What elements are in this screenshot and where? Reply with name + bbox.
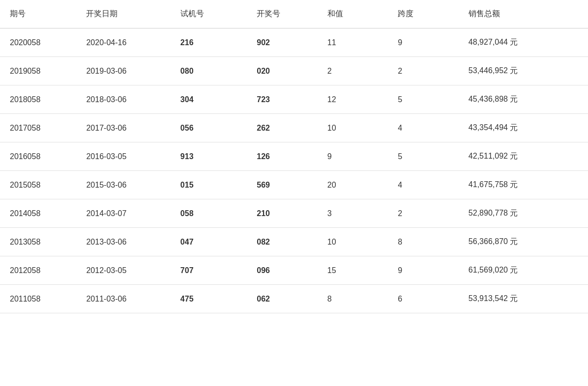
cell-kaijianghao: 096 bbox=[247, 256, 318, 285]
cell-kuadu: 8 bbox=[388, 228, 459, 256]
cell-kuadu: 6 bbox=[388, 285, 459, 313]
cell-qihao: 2017058 bbox=[0, 114, 76, 142]
cell-kaijianghao: 902 bbox=[247, 28, 318, 57]
cell-sale: 61,569,020 元 bbox=[459, 256, 588, 285]
cell-kaijianghao: 262 bbox=[247, 114, 318, 142]
cell-date: 2012-03-05 bbox=[76, 256, 170, 285]
cell-kuadu: 2 bbox=[388, 199, 459, 228]
header-kaijianghao: 开奖号 bbox=[247, 0, 318, 28]
cell-hezhi: 2 bbox=[318, 57, 388, 85]
table-row: 20150582015-03-0601556920441,675,758 元 bbox=[0, 171, 588, 199]
cell-kaijianghao: 569 bbox=[247, 171, 318, 199]
cell-kaijianghao: 082 bbox=[247, 228, 318, 256]
table-row: 20120582012-03-0570709615961,569,020 元 bbox=[0, 256, 588, 285]
cell-date: 2011-03-06 bbox=[76, 285, 170, 313]
cell-hezhi: 9 bbox=[318, 142, 388, 171]
cell-sale: 52,890,778 元 bbox=[459, 199, 588, 228]
cell-kuadu: 9 bbox=[388, 28, 459, 57]
cell-kuadu: 9 bbox=[388, 256, 459, 285]
cell-qihao: 2016058 bbox=[0, 142, 76, 171]
cell-qihao: 2013058 bbox=[0, 228, 76, 256]
cell-hezhi: 12 bbox=[318, 85, 388, 114]
table-row: 20200582020-04-1621690211948,927,044 元 bbox=[0, 28, 588, 57]
cell-sale: 45,436,898 元 bbox=[459, 85, 588, 114]
header-qihao: 期号 bbox=[0, 0, 76, 28]
cell-kuadu: 5 bbox=[388, 85, 459, 114]
cell-kaijianghao: 020 bbox=[247, 57, 318, 85]
table-row: 20180582018-03-0630472312545,436,898 元 bbox=[0, 85, 588, 114]
cell-qihao: 2020058 bbox=[0, 28, 76, 57]
cell-sale: 56,366,870 元 bbox=[459, 228, 588, 256]
cell-shijihao: 216 bbox=[171, 28, 247, 57]
cell-sale: 48,927,044 元 bbox=[459, 28, 588, 57]
table-row: 20110582011-03-064750628653,913,542 元 bbox=[0, 285, 588, 313]
cell-shijihao: 913 bbox=[171, 142, 247, 171]
cell-shijihao: 475 bbox=[171, 285, 247, 313]
cell-sale: 53,446,952 元 bbox=[459, 57, 588, 85]
table-header-row: 期号 开奖日期 试机号 开奖号 和值 跨度 销售总额 bbox=[0, 0, 588, 28]
table-row: 20140582014-03-070582103252,890,778 元 bbox=[0, 199, 588, 228]
header-sale: 销售总额 bbox=[459, 0, 588, 28]
cell-qihao: 2011058 bbox=[0, 285, 76, 313]
cell-kaijianghao: 126 bbox=[247, 142, 318, 171]
cell-kaijianghao: 210 bbox=[247, 199, 318, 228]
cell-date: 2019-03-06 bbox=[76, 57, 170, 85]
cell-hezhi: 3 bbox=[318, 199, 388, 228]
cell-hezhi: 11 bbox=[318, 28, 388, 57]
cell-kuadu: 4 bbox=[388, 171, 459, 199]
cell-sale: 42,511,092 元 bbox=[459, 142, 588, 171]
cell-hezhi: 15 bbox=[318, 256, 388, 285]
cell-kaijianghao: 062 bbox=[247, 285, 318, 313]
cell-qihao: 2019058 bbox=[0, 57, 76, 85]
cell-shijihao: 058 bbox=[171, 199, 247, 228]
cell-qihao: 2014058 bbox=[0, 199, 76, 228]
cell-sale: 53,913,542 元 bbox=[459, 285, 588, 313]
cell-kuadu: 5 bbox=[388, 142, 459, 171]
cell-shijihao: 047 bbox=[171, 228, 247, 256]
table-row: 20160582016-03-059131269542,511,092 元 bbox=[0, 142, 588, 171]
header-shijihao: 试机号 bbox=[171, 0, 247, 28]
cell-kuadu: 2 bbox=[388, 57, 459, 85]
table-row: 20190582019-03-060800202253,446,952 元 bbox=[0, 57, 588, 85]
cell-hezhi: 10 bbox=[318, 228, 388, 256]
cell-shijihao: 304 bbox=[171, 85, 247, 114]
cell-shijihao: 015 bbox=[171, 171, 247, 199]
cell-shijihao: 056 bbox=[171, 114, 247, 142]
header-kuadu: 跨度 bbox=[388, 0, 459, 28]
header-hezhi: 和值 bbox=[318, 0, 388, 28]
cell-date: 2015-03-06 bbox=[76, 171, 170, 199]
cell-shijihao: 707 bbox=[171, 256, 247, 285]
cell-shijihao: 080 bbox=[171, 57, 247, 85]
main-container: 期号 开奖日期 试机号 开奖号 和值 跨度 销售总额 20200582020-0… bbox=[0, 0, 588, 386]
cell-date: 2017-03-06 bbox=[76, 114, 170, 142]
cell-hezhi: 10 bbox=[318, 114, 388, 142]
cell-sale: 43,354,494 元 bbox=[459, 114, 588, 142]
cell-hezhi: 20 bbox=[318, 171, 388, 199]
cell-qihao: 2012058 bbox=[0, 256, 76, 285]
lottery-table: 期号 开奖日期 试机号 开奖号 和值 跨度 销售总额 20200582020-0… bbox=[0, 0, 588, 313]
cell-hezhi: 8 bbox=[318, 285, 388, 313]
cell-date: 2014-03-07 bbox=[76, 199, 170, 228]
cell-sale: 41,675,758 元 bbox=[459, 171, 588, 199]
cell-qihao: 2015058 bbox=[0, 171, 76, 199]
header-date: 开奖日期 bbox=[76, 0, 170, 28]
cell-date: 2016-03-05 bbox=[76, 142, 170, 171]
table-row: 20170582017-03-0605626210443,354,494 元 bbox=[0, 114, 588, 142]
cell-kaijianghao: 723 bbox=[247, 85, 318, 114]
cell-date: 2013-03-06 bbox=[76, 228, 170, 256]
table-row: 20130582013-03-0604708210856,366,870 元 bbox=[0, 228, 588, 256]
cell-date: 2020-04-16 bbox=[76, 28, 170, 57]
cell-date: 2018-03-06 bbox=[76, 85, 170, 114]
cell-kuadu: 4 bbox=[388, 114, 459, 142]
cell-qihao: 2018058 bbox=[0, 85, 76, 114]
